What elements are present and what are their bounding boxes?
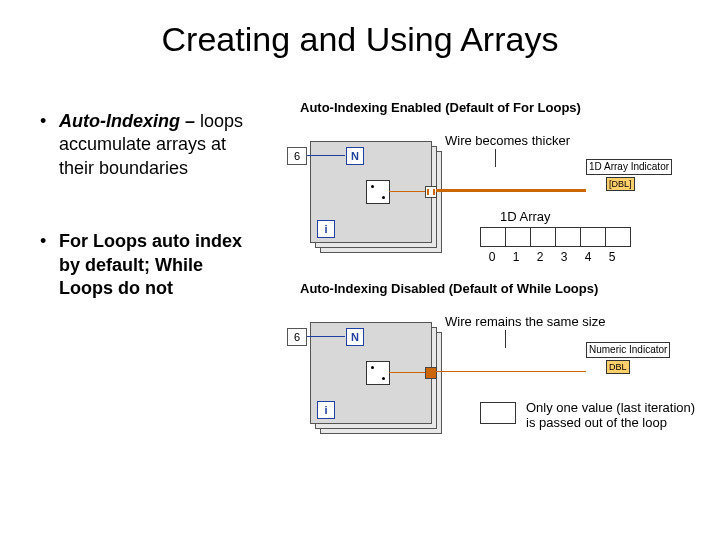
iteration-constant: 6 [287, 328, 307, 346]
bottom-note: Only one value (last iteration) is passe… [526, 400, 696, 430]
array-cell [530, 227, 556, 247]
leader-line [495, 149, 496, 167]
indicator-label: Numeric Indicator [586, 342, 670, 358]
i-terminal: i [317, 401, 335, 419]
loop-front: 6 N i [310, 141, 432, 243]
iteration-constant: 6 [287, 147, 307, 165]
n-terminal: N [346, 328, 364, 346]
thin-wire [436, 371, 586, 372]
bullet-rest: For Loops auto index by default; While L… [59, 231, 242, 298]
n-terminal: N [346, 147, 364, 165]
array-cell [555, 227, 581, 247]
array-cells [480, 227, 630, 250]
array-cell [480, 227, 506, 247]
array-index: 4 [576, 250, 600, 264]
scalar-cell [480, 402, 516, 424]
wire-note: Wire remains the same size [445, 314, 605, 329]
bullet-list: • Auto-Indexing – loops accumulate array… [40, 110, 270, 350]
wire-note: Wire becomes thicker [445, 133, 570, 148]
dbl-badge: DBL [606, 360, 630, 374]
non-index-tunnel-icon [425, 367, 437, 379]
array-index: 1 [504, 250, 528, 264]
slide-title: Creating and Using Arrays [0, 20, 720, 59]
bullet-dot: • [40, 230, 54, 253]
array-index: 2 [528, 250, 552, 264]
random-node-icon [366, 361, 390, 385]
top-caption: Auto-Indexing Enabled (Default of For Lo… [300, 100, 700, 115]
loop-front: 6 N i [310, 322, 432, 424]
array-cell [505, 227, 531, 247]
bullet-text: Auto-Indexing – loops accumulate arrays … [59, 110, 259, 180]
array-cell [580, 227, 606, 247]
array-indices: 012345 [480, 249, 624, 264]
array-index: 5 [600, 250, 624, 264]
wire [307, 155, 345, 156]
bullet-item: • For Loops auto index by default; While… [40, 230, 270, 300]
while-loop-stack: 6 N i [310, 322, 440, 432]
array-index: 0 [480, 250, 504, 264]
bottom-caption: Auto-Indexing Disabled (Default of While… [300, 281, 700, 296]
random-node-icon [366, 180, 390, 204]
thick-wire [436, 189, 586, 192]
for-loop-stack: 6 N i [310, 141, 440, 251]
bullet-item: • Auto-Indexing – loops accumulate array… [40, 110, 270, 180]
array-index: 3 [552, 250, 576, 264]
auto-index-tunnel-icon [425, 186, 437, 198]
diagram-area: Auto-Indexing Enabled (Default of For Lo… [300, 100, 700, 452]
array-label: 1D Array [500, 209, 551, 224]
dbl-badge: [DBL] [606, 177, 635, 191]
leader-line [505, 330, 506, 348]
bottom-panel: Wire remains the same size 6 N i Numeric… [300, 302, 700, 452]
wire [307, 336, 345, 337]
array-cell [605, 227, 631, 247]
i-terminal: i [317, 220, 335, 238]
indicator-label: 1D Array Indicator [586, 159, 672, 175]
bullet-dot: • [40, 110, 54, 133]
bullet-em: Auto-Indexing – [59, 111, 195, 131]
bullet-text: For Loops auto index by default; While L… [59, 230, 259, 300]
top-panel: Wire becomes thicker 6 N i 1D Array Indi… [300, 121, 700, 271]
